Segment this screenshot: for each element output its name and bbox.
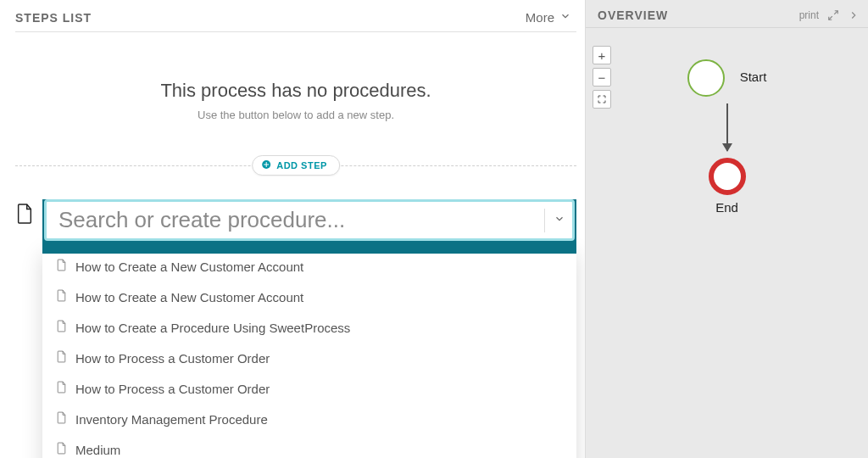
page-icon bbox=[56, 259, 67, 274]
dropdown-toggle[interactable] bbox=[554, 213, 565, 228]
empty-title: This process has no procedures. bbox=[15, 80, 576, 102]
empty-state: This process has no procedures. Use the … bbox=[15, 80, 576, 121]
procedure-option-label: How to Process a Customer Order bbox=[75, 351, 270, 366]
procedure-option[interactable]: Medium bbox=[42, 434, 576, 458]
chevron-right-icon[interactable] bbox=[848, 9, 860, 21]
procedure-option[interactable]: How to Create a Procedure Using SweetPro… bbox=[42, 312, 576, 343]
search-box bbox=[44, 199, 575, 241]
start-node-row: Start bbox=[687, 59, 767, 97]
procedure-option[interactable]: How to Process a Customer Order bbox=[42, 373, 576, 404]
page-icon bbox=[56, 350, 67, 366]
end-label: End bbox=[715, 200, 738, 215]
procedure-option-label: How to Create a Procedure Using SweetPro… bbox=[75, 321, 350, 335]
add-step-button[interactable]: ADD STEP bbox=[252, 155, 340, 176]
start-node[interactable] bbox=[687, 59, 725, 97]
add-step-label: ADD STEP bbox=[276, 160, 327, 170]
procedure-option-label: How to Create a New Customer Account bbox=[75, 290, 303, 304]
page-icon bbox=[56, 289, 67, 304]
page-icon bbox=[56, 381, 67, 396]
flow-diagram: Start End bbox=[586, 59, 868, 215]
chevron-down-icon bbox=[559, 10, 571, 25]
app-root: STEPS LIST More This process has no proc… bbox=[0, 0, 868, 458]
procedure-card: How to Create a New Customer Account How… bbox=[42, 199, 576, 458]
overview-panel: OVERVIEW print + − bbox=[585, 0, 868, 458]
more-label: More bbox=[526, 10, 554, 25]
expand-icon[interactable] bbox=[827, 9, 839, 21]
print-button[interactable]: print bbox=[799, 9, 819, 21]
procedure-option[interactable]: Inventory Management Procedure bbox=[42, 404, 576, 434]
more-menu[interactable]: More bbox=[526, 10, 571, 25]
overview-title: OVERVIEW bbox=[598, 8, 668, 22]
arrow-down-icon bbox=[726, 103, 728, 151]
procedure-option-label: Inventory Management Procedure bbox=[75, 412, 268, 427]
procedure-option[interactable]: How to Create a New Customer Account bbox=[42, 282, 576, 312]
page-icon bbox=[56, 442, 67, 457]
step-area: How to Create a New Customer Account How… bbox=[15, 199, 576, 458]
steps-title: STEPS LIST bbox=[15, 11, 92, 25]
empty-subtitle: Use the button below to add a new step. bbox=[15, 109, 576, 121]
end-node[interactable] bbox=[709, 158, 746, 195]
overview-actions: print bbox=[799, 9, 860, 21]
start-label: Start bbox=[740, 70, 767, 84]
add-step-row: ADD STEP bbox=[15, 154, 576, 177]
steps-panel: STEPS LIST More This process has no proc… bbox=[0, 0, 585, 458]
document-icon bbox=[15, 199, 42, 228]
procedure-option[interactable]: How to Create a New Customer Account bbox=[42, 251, 576, 282]
plus-circle-icon bbox=[261, 159, 271, 171]
procedure-option-label: Medium bbox=[75, 443, 120, 457]
svg-rect-2 bbox=[264, 165, 269, 165]
svg-line-3 bbox=[834, 11, 837, 14]
procedure-option-label: How to Process a Customer Order bbox=[75, 382, 270, 396]
page-icon bbox=[56, 411, 67, 427]
svg-line-4 bbox=[829, 16, 832, 20]
procedure-option[interactable]: How to Process a Customer Order bbox=[42, 343, 576, 373]
procedure-option-label: How to Create a New Customer Account bbox=[75, 260, 303, 274]
steps-header: STEPS LIST More bbox=[15, 8, 576, 32]
page-icon bbox=[56, 320, 67, 335]
overview-header: OVERVIEW print bbox=[586, 0, 868, 28]
divider-vertical bbox=[544, 209, 545, 232]
procedure-dropdown: How to Create a New Customer Account How… bbox=[42, 246, 576, 458]
procedure-search-input[interactable] bbox=[58, 207, 536, 233]
